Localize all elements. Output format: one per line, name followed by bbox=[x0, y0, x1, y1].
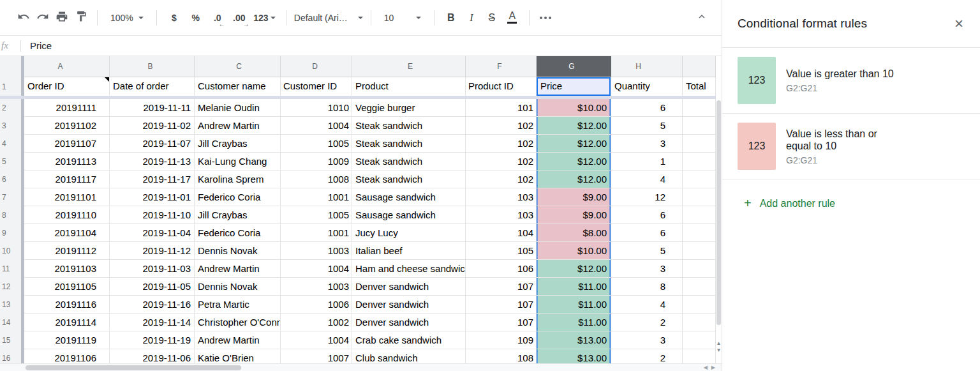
cell-c1[interactable]: Customer name bbox=[195, 77, 281, 96]
text-color-button[interactable]: A bbox=[502, 8, 523, 27]
total-cell[interactable] bbox=[683, 135, 716, 153]
product-cell[interactable]: Steak sandwich bbox=[352, 135, 466, 153]
customer-name-cell[interactable]: Melanie Oudin bbox=[195, 99, 281, 117]
order-id-cell[interactable]: 20191104 bbox=[24, 224, 110, 242]
date-cell[interactable]: 2019-11-05 bbox=[110, 278, 195, 296]
customer-id-cell[interactable]: 1004 bbox=[281, 117, 352, 135]
price-cell[interactable]: $12.00 bbox=[537, 135, 611, 153]
total-cell[interactable] bbox=[683, 206, 716, 224]
customer-id-cell[interactable]: 1002 bbox=[281, 314, 352, 331]
collapse-toolbar-button[interactable] bbox=[692, 8, 711, 27]
total-cell[interactable] bbox=[683, 278, 716, 296]
product-cell[interactable]: Italian beef bbox=[352, 242, 466, 260]
price-cell[interactable]: $12.00 bbox=[537, 260, 611, 278]
column-header-h[interactable]: H bbox=[611, 56, 683, 77]
percent-format-button[interactable]: % bbox=[185, 8, 207, 27]
order-id-cell[interactable]: 20191116 bbox=[24, 296, 110, 314]
cell-a1[interactable]: Order ID bbox=[24, 77, 110, 96]
customer-name-cell[interactable]: Kai-Lung Chang bbox=[195, 153, 281, 170]
order-id-cell[interactable]: 20191114 bbox=[24, 314, 110, 331]
order-id-cell[interactable]: 20191102 bbox=[24, 117, 110, 135]
customer-id-cell[interactable]: 1006 bbox=[281, 296, 352, 314]
row-number[interactable]: 5 bbox=[0, 153, 24, 170]
customer-name-cell[interactable]: Christopher O'Connell bbox=[195, 314, 281, 331]
price-cell[interactable]: $8.00 bbox=[537, 224, 611, 242]
total-cell[interactable] bbox=[683, 296, 716, 314]
horizontal-scroll-arrows[interactable]: ◀▶ bbox=[704, 364, 719, 371]
decrease-decimal-button[interactable]: .0← bbox=[207, 8, 228, 27]
column-header-e[interactable]: E bbox=[352, 56, 466, 77]
product-cell[interactable]: Steak sandwich bbox=[352, 170, 466, 188]
product-cell[interactable]: Jucy Lucy bbox=[352, 224, 466, 242]
product-cell[interactable]: Ham and cheese sandwich bbox=[352, 260, 466, 278]
customer-id-cell[interactable]: 1008 bbox=[281, 170, 352, 188]
cell-g1-active[interactable]: Price bbox=[537, 77, 611, 96]
date-cell[interactable]: 2019-11-03 bbox=[110, 260, 195, 278]
total-cell[interactable] bbox=[683, 314, 716, 331]
customer-name-cell[interactable]: Dennis Novak bbox=[195, 278, 281, 296]
order-id-cell[interactable]: 20191112 bbox=[24, 242, 110, 260]
price-cell[interactable]: $11.00 bbox=[537, 278, 611, 296]
quantity-cell[interactable]: 6 bbox=[611, 206, 683, 224]
cell-b1[interactable]: Date of order bbox=[110, 77, 195, 96]
quantity-cell[interactable]: 1 bbox=[611, 153, 683, 170]
date-cell[interactable]: 2019-11-16 bbox=[110, 296, 195, 314]
row-number[interactable]: 4 bbox=[0, 135, 24, 153]
quantity-cell[interactable]: 4 bbox=[611, 170, 683, 188]
order-id-cell[interactable]: 20191107 bbox=[24, 135, 110, 153]
price-cell[interactable]: $9.00 bbox=[537, 188, 611, 206]
customer-name-cell[interactable]: Dennis Novak bbox=[195, 242, 281, 260]
date-cell[interactable]: 2019-11-01 bbox=[110, 188, 195, 206]
price-cell[interactable]: $11.00 bbox=[537, 296, 611, 314]
date-cell[interactable]: 2019-11-10 bbox=[110, 206, 195, 224]
product-id-cell[interactable]: 102 bbox=[466, 170, 537, 188]
customer-id-cell[interactable]: 1005 bbox=[281, 135, 352, 153]
redo-button[interactable] bbox=[33, 8, 52, 27]
more-formats-button[interactable]: 123 bbox=[250, 8, 279, 27]
add-another-rule-button[interactable]: + Add another rule bbox=[722, 179, 980, 211]
product-id-cell[interactable]: 107 bbox=[466, 278, 537, 296]
cell-f1[interactable]: Product ID bbox=[466, 77, 537, 96]
customer-id-cell[interactable]: 1001 bbox=[281, 188, 352, 206]
quantity-cell[interactable]: 5 bbox=[611, 117, 683, 135]
total-cell[interactable] bbox=[683, 224, 716, 242]
date-cell[interactable]: 2019-11-04 bbox=[110, 224, 195, 242]
product-cell[interactable]: Crab cake sandwich bbox=[352, 331, 466, 349]
column-header-f[interactable]: F bbox=[466, 56, 537, 77]
price-cell[interactable]: $10.00 bbox=[537, 99, 611, 117]
product-cell[interactable]: Steak sandwich bbox=[352, 117, 466, 135]
product-id-cell[interactable]: 109 bbox=[466, 331, 537, 349]
price-cell[interactable]: $12.00 bbox=[537, 153, 611, 170]
product-cell[interactable]: Denver sandwich bbox=[352, 278, 466, 296]
row-number[interactable]: 8 bbox=[0, 206, 24, 224]
row-number[interactable]: 11 bbox=[0, 260, 24, 278]
customer-name-cell[interactable]: Federico Coria bbox=[195, 224, 281, 242]
row-number[interactable]: 1 bbox=[0, 77, 24, 96]
bold-button[interactable]: B bbox=[441, 8, 461, 27]
customer-id-cell[interactable]: 1005 bbox=[281, 206, 352, 224]
product-id-cell[interactable]: 107 bbox=[466, 314, 537, 331]
quantity-cell[interactable]: 2 bbox=[611, 314, 683, 331]
order-id-cell[interactable]: 20191101 bbox=[24, 188, 110, 206]
product-id-cell[interactable]: 102 bbox=[466, 117, 537, 135]
date-cell[interactable]: 2019-11-19 bbox=[110, 331, 195, 349]
column-header-d[interactable]: D bbox=[281, 56, 352, 77]
order-id-cell[interactable]: 20191119 bbox=[24, 331, 110, 349]
product-cell[interactable]: Sausage sandwich bbox=[352, 206, 466, 224]
column-header-g-selected[interactable]: G bbox=[537, 56, 611, 77]
quantity-cell[interactable]: 12 bbox=[611, 188, 683, 206]
customer-name-cell[interactable]: Andrew Martin bbox=[195, 331, 281, 349]
price-cell[interactable]: $12.00 bbox=[537, 117, 611, 135]
customer-id-cell[interactable]: 1003 bbox=[281, 278, 352, 296]
strikethrough-button[interactable]: S bbox=[482, 8, 502, 27]
row-number[interactable]: 15 bbox=[0, 331, 24, 349]
quantity-cell[interactable]: 6 bbox=[611, 224, 683, 242]
product-id-cell[interactable]: 107 bbox=[466, 296, 537, 314]
total-cell[interactable] bbox=[683, 117, 716, 135]
customer-name-cell[interactable]: Federico Coria bbox=[195, 188, 281, 206]
total-cell[interactable] bbox=[683, 99, 716, 117]
total-cell[interactable] bbox=[683, 260, 716, 278]
price-cell[interactable]: $11.00 bbox=[537, 314, 611, 331]
total-cell[interactable] bbox=[683, 242, 716, 260]
product-cell[interactable]: Sausage sandwich bbox=[352, 188, 466, 206]
